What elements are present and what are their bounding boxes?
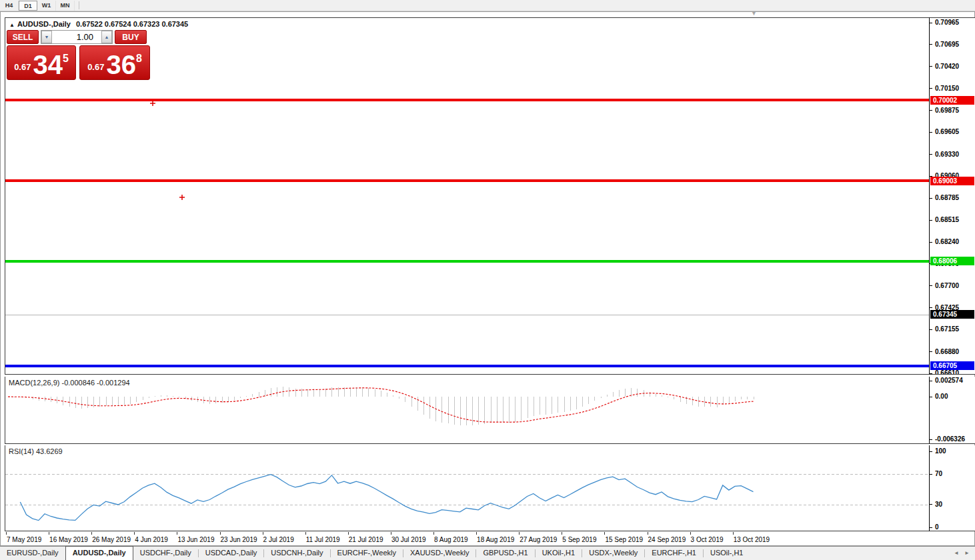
rsi-indicator-pane[interactable]: RSI(14) 43.6269 <box>5 445 929 531</box>
tab-audusd-daily[interactable]: AUDUSD-,Daily <box>65 546 133 560</box>
tab-eurchf-weekly[interactable]: EURCHF-,Weekly <box>331 547 403 560</box>
price-axis-label: 0.67700 <box>935 282 959 289</box>
date-axis-tick <box>562 532 562 535</box>
rsi-axis-tick <box>930 527 932 528</box>
macd-axis-tick <box>930 439 932 440</box>
timeframe-button-mn[interactable]: MN <box>56 1 75 11</box>
price-axis-tick <box>930 23 932 23</box>
price-axis-tick <box>930 285 932 286</box>
tab-scroll-left-button[interactable]: ◄ <box>954 550 959 556</box>
trading-platform-window: H4D1W1MN ▼ ▲AUDUSD-,Daily0.67522 0.67524… <box>0 0 975 560</box>
date-axis-label: 4 Jun 2019 <box>135 536 168 543</box>
timeframe-button-d1[interactable]: D1 <box>19 1 37 11</box>
tab-gbpusd-h1[interactable]: GBPUSD-,H1 <box>476 547 534 560</box>
price-axis-tick <box>930 220 932 221</box>
date-axis-label: 13 Jun 2019 <box>177 536 214 543</box>
price-axis-tick <box>930 198 932 199</box>
main-chart-pane[interactable]: ▲AUDUSD-,Daily0.67522 0.67524 0.67323 0.… <box>5 17 929 375</box>
date-axis-tick <box>91 532 92 535</box>
date-axis-label: 11 Jul 2019 <box>306 536 340 543</box>
date-axis-label: 21 Jul 2019 <box>349 536 383 543</box>
date-axis-tick <box>305 532 306 535</box>
tab-scroll-right-button[interactable]: ► <box>964 550 970 556</box>
price-axis-label: 0.66880 <box>935 348 959 355</box>
date-axis-label: 5 Sep 2019 <box>562 536 596 543</box>
rsi-axis-label: 30 <box>935 501 942 508</box>
date-axis-tick <box>391 532 391 535</box>
sell-price-big-digits: 34 <box>33 54 63 76</box>
tab-usdcnh-daily[interactable]: USDCNH-,Daily <box>264 547 329 560</box>
date-axis-label: 24 Sep 2019 <box>648 536 686 543</box>
timeframe-toolbar: H4D1W1MN <box>0 0 975 11</box>
date-axis-tick <box>220 532 221 535</box>
date-axis-label: 26 May 2019 <box>92 536 131 543</box>
date-axis-label: 16 May 2019 <box>49 536 88 543</box>
date-axis-tick <box>476 532 477 535</box>
date-axis-tick <box>49 532 49 535</box>
tab-usdcad-daily[interactable]: USDCAD-,Daily <box>199 547 264 560</box>
date-axis-tick <box>348 532 349 535</box>
toolbar-divider <box>79 1 79 9</box>
macd-axis-label: 0.00 <box>935 393 948 400</box>
timeframe-button-w1[interactable]: W1 <box>37 1 56 11</box>
level-price-badge: 0.69003 <box>930 177 974 185</box>
rsi-axis-tick <box>930 504 932 505</box>
volume-decrease-button[interactable]: ▼ <box>41 31 52 43</box>
tab-eurchf-h1[interactable]: EURCHF-,H1 <box>645 547 703 560</box>
date-axis-tick <box>690 532 691 535</box>
date-axis-label: 18 Aug 2019 <box>477 536 514 543</box>
volume-increase-button[interactable]: ▲ <box>101 31 112 43</box>
volume-input[interactable]: 1.00 <box>52 31 101 43</box>
price-axis[interactable]: 0.709650.706950.704200.701500.698750.696… <box>929 17 975 375</box>
rsi-label: RSI(14) 43.6269 <box>9 447 63 455</box>
macd-axis-label: 0.002574 <box>935 377 963 384</box>
buy-price-button[interactable]: 0.67 36 8 <box>79 45 150 80</box>
macd-axis[interactable]: 0.0025740.00-0.006326 <box>929 377 975 444</box>
tab-usdchf-daily[interactable]: USDCHF-,Daily <box>133 547 198 560</box>
macd-canvas <box>5 377 929 444</box>
price-axis-label: 0.67155 <box>935 325 959 333</box>
tab-ukoil-h1[interactable]: UKOil-,H1 <box>536 547 582 560</box>
date-axis-tick <box>733 532 734 535</box>
tab-usoil-h1[interactable]: USOil-,H1 <box>704 547 750 560</box>
price-axis-label: 0.70150 <box>935 85 959 92</box>
chart-tab-bar: EURUSD-,DailyAUDUSD-,DailyUSDCHF-,DailyU… <box>0 546 975 560</box>
time-axis[interactable]: 7 May 201916 May 201926 May 20194 Jun 20… <box>5 532 929 545</box>
sell-button[interactable]: SELL <box>7 30 39 44</box>
chart-tabs: EURUSD-,DailyAUDUSD-,DailyUSDCHF-,DailyU… <box>0 546 750 560</box>
macd-indicator-pane[interactable]: MACD(12,26,9) -0.000846 -0.001294 <box>5 377 929 444</box>
tab-usdx-weekly[interactable]: USDX-,Weekly <box>582 547 644 560</box>
date-axis-label: 7 May 2019 <box>7 536 41 543</box>
price-axis-label: 0.69330 <box>935 151 959 158</box>
price-axis-label: 0.69605 <box>935 128 959 135</box>
price-axis-label: 0.68515 <box>935 216 959 223</box>
date-axis-label: 13 Oct 2019 <box>734 536 770 543</box>
price-axis-label: 0.68240 <box>935 238 959 245</box>
tab-eurusd-daily[interactable]: EURUSD-,Daily <box>0 547 65 560</box>
scroll-position-marker-icon: ▼ <box>751 10 757 17</box>
tab-xauusd-weekly[interactable]: XAUUSD-,Weekly <box>403 547 475 560</box>
sell-price-prefix: 0.67 <box>14 62 31 72</box>
price-axis-tick <box>930 66 932 67</box>
price-axis-label: 0.70420 <box>935 63 959 70</box>
date-axis-label: 3 Oct 2019 <box>691 536 724 543</box>
trade-widget-top-row: SELL ▼ 1.00 ▲ BUY <box>7 30 151 44</box>
date-axis-label: 27 Aug 2019 <box>520 536 557 543</box>
rsi-axis[interactable]: 10070300 <box>929 445 975 531</box>
collapse-triangle-icon[interactable]: ▲ <box>9 22 15 28</box>
date-axis-label: 30 Jul 2019 <box>391 536 426 543</box>
macd-axis-tick <box>930 381 932 381</box>
macd-axis-label: -0.006326 <box>935 435 965 443</box>
bid-price-badge: 0.67345 <box>930 310 974 319</box>
price-axis-tick <box>930 88 932 89</box>
sell-price-button[interactable]: 0.67 34 5 <box>7 45 76 80</box>
date-axis-tick <box>519 532 520 535</box>
level-price-badge: 0.66705 <box>930 361 974 370</box>
buy-button[interactable]: BUY <box>115 30 147 44</box>
price-axis-label: 0.68785 <box>935 194 959 201</box>
date-axis-tick <box>433 532 434 535</box>
chart-symbol-label: AUDUSD-,Daily <box>17 20 71 28</box>
macd-axis-tick <box>930 397 932 397</box>
level-price-badge: 0.68006 <box>930 257 974 265</box>
timeframe-button-h4[interactable]: H4 <box>0 1 19 11</box>
